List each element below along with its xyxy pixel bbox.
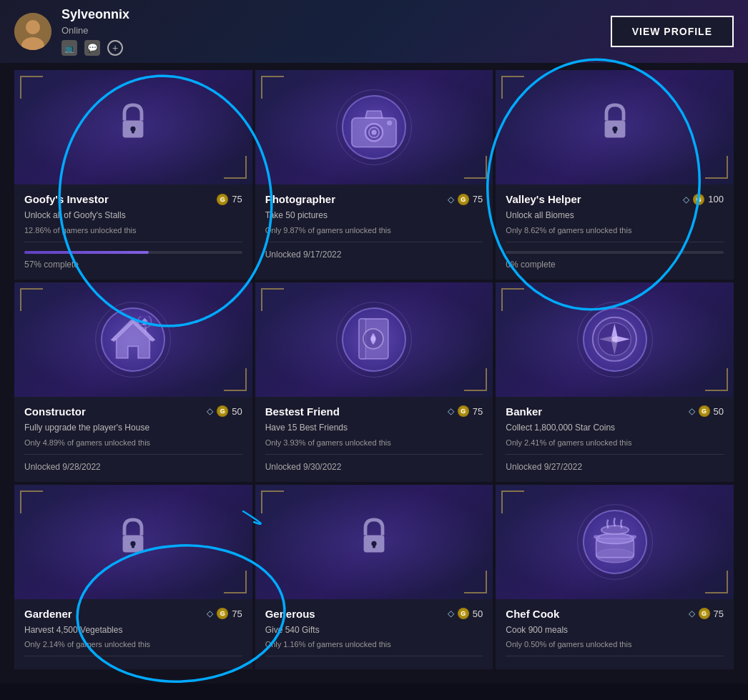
add-social-icon[interactable]: + [107,40,123,56]
username: Sylveonnix [61,7,129,22]
user-info: Sylveonnix Online 📺 💬 + [14,7,129,56]
achievement-title-chef-cook: Chef Cook [506,608,559,620]
achievement-desc-bestest-friend: Have 15 Best Friends [265,422,483,434]
svg-marker-25 [611,339,618,355]
points-number-bestest-friend: 75 [473,406,483,417]
points-number-constructor: 50 [232,406,242,417]
achievement-points-valleys-helper: ◇G100 [683,194,724,205]
svg-rect-14 [614,130,616,134]
achievement-rarity-chef-cook: Only 0.50% of gamers unlocked this [506,640,724,649]
achievement-points-banker: ◇G50 [689,405,724,417]
points-number-banker: 50 [714,406,724,417]
achievement-card-gardener: Gardener◇G75Harvest 4,500 VegetablesOnly… [14,485,252,670]
points-number-photographer: 75 [473,194,483,204]
achievement-icon-bestest-friend [342,307,406,372]
achievement-rarity-goofys-investor: 12.86% of gamers unlocked this [24,226,242,235]
achievements-grid: Goofy's InvestorG75Unlock all of Goofy's… [14,70,734,669]
svg-point-11 [387,120,392,125]
g-icon-bestest-friend: G [458,405,469,417]
achievement-card-banker: Banker◇G50Collect 1,800,000 Star CoinsOn… [496,282,734,482]
achievement-title-valleys-helper: Valley's Helper [506,193,581,205]
lock-icon-goofys-investor [115,102,151,153]
svg-rect-31 [132,544,135,548]
g-icon-banker: G [699,405,710,417]
header: Sylveonnix Online 📺 💬 + VIEW PROFILE [0,0,748,63]
points-number-valleys-helper: 100 [708,194,724,204]
achievement-rarity-photographer: Only 9.87% of gamers unlocked this [265,226,483,235]
achievement-status-banker: Unlocked 9/27/2022 [506,462,724,472]
svg-rect-18 [360,319,389,359]
diamond-icon-photographer: ◇ [448,194,454,204]
achievement-icon-banker [583,307,647,372]
achievement-card-chef-cook: Chef Cook◇G75Cook 900 mealsOnly 0.50% of… [496,485,734,670]
achievement-image-gardener [14,485,252,599]
user-details: Sylveonnix Online 📺 💬 + [61,7,129,56]
avatar [14,13,51,50]
points-number-goofys-investor: 75 [232,194,242,204]
diamond-icon-bestest-friend: ◇ [448,406,454,416]
lock-icon-generous [356,516,392,568]
svg-point-23 [598,322,631,355]
diamond-icon-gardener: ◇ [207,608,213,618]
achievement-title-gardener: Gardener [24,608,72,620]
svg-rect-36 [596,538,634,557]
achievement-image-banker [496,282,734,397]
svg-marker-16 [112,318,155,342]
achievement-image-bestest-friend [255,282,493,397]
achievement-points-generous: ◇G50 [448,608,483,619]
svg-point-17 [138,316,152,328]
svg-marker-27 [614,335,630,342]
achievement-card-goofys-investor: Goofy's InvestorG75Unlock all of Goofy's… [14,70,252,280]
view-profile-button[interactable]: VIEW PROFILE [611,16,734,47]
svg-point-35 [596,548,634,562]
twitch-icon[interactable]: 📺 [61,40,77,56]
diamond-icon-constructor: ◇ [207,406,213,416]
achievement-rarity-gardener: Only 2.14% of gamers unlocked this [24,640,242,649]
achievement-card-generous: Generous◇G50Give 540 GiftsOnly 1.16% of … [255,485,493,670]
svg-marker-15 [112,321,154,359]
achievement-status-photographer: Unlocked 9/17/2022 [265,250,483,260]
svg-point-40 [601,526,628,534]
svg-rect-5 [132,130,135,134]
g-icon-generous: G [458,608,469,619]
g-icon-goofys-investor: G [217,194,228,205]
svg-rect-39 [629,535,636,538]
svg-point-20 [363,329,383,349]
status: Online [61,25,129,36]
svg-point-8 [365,124,383,141]
svg-point-21 [371,336,376,341]
diamond-icon-generous: ◇ [448,608,454,618]
g-icon-gardener: G [217,608,228,619]
points-number-chef-cook: 75 [714,608,724,619]
achievement-card-bestest-friend: Bestest Friend◇G75Have 15 Best FriendsOn… [255,282,493,482]
g-icon-chef-cook: G [699,608,710,619]
svg-rect-38 [594,535,601,538]
g-icon-constructor: G [217,405,228,417]
achievement-points-constructor: ◇G50 [207,405,242,417]
discord-icon[interactable]: 💬 [84,40,100,56]
diamond-icon-chef-cook: ◇ [689,608,695,618]
achievement-image-chef-cook [496,485,734,599]
svg-marker-7 [365,111,383,118]
achievement-rarity-banker: Only 2.41% of gamers unlocked this [506,438,724,447]
achievement-points-photographer: ◇G75 [448,194,483,205]
achievement-points-gardener: ◇G75 [207,608,242,619]
achievement-title-bestest-friend: Bestest Friend [265,405,340,418]
achievement-status-goofys-investor: 57% complete [24,260,242,270]
achievement-title-banker: Banker [506,405,542,418]
achievement-desc-gardener: Harvest 4,500 Vegetables [24,624,242,636]
svg-rect-6 [352,118,396,147]
achievement-points-bestest-friend: ◇G75 [448,405,483,417]
diamond-icon-banker: ◇ [689,406,695,416]
achievement-card-photographer: Photographer◇G75Take 50 picturesOnly 9.8… [255,70,493,280]
achievement-icon-constructor [101,307,165,372]
g-icon-photographer: G [458,194,469,205]
achievement-rarity-constructor: Only 4.89% of gamers unlocked this [24,438,242,447]
svg-point-37 [596,533,634,543]
svg-point-28 [611,336,617,342]
points-number-gardener: 75 [232,608,242,619]
svg-marker-24 [611,324,618,340]
achievement-desc-valleys-helper: Unlock all Biomes [506,209,724,222]
achievement-title-photographer: Photographer [265,193,335,205]
achievement-status-constructor: Unlocked 9/28/2022 [24,462,242,472]
